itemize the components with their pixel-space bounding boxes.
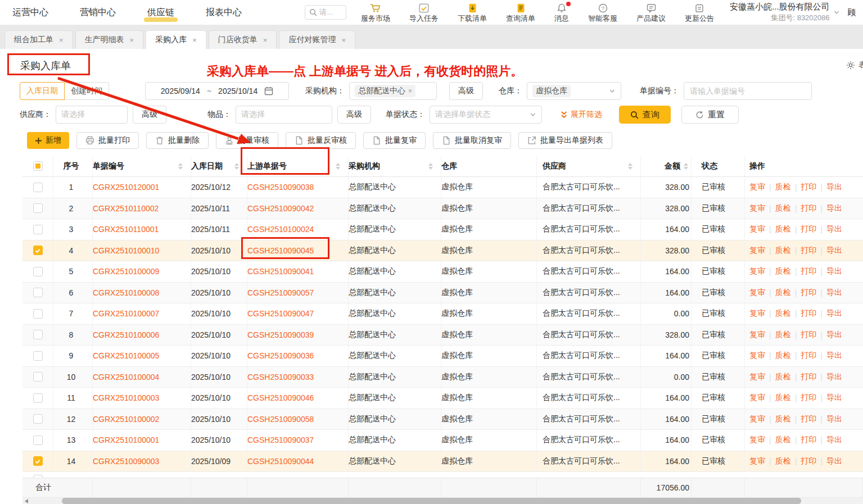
row-checkbox[interactable] [33, 393, 43, 403]
upstream-doc-link[interactable]: CGSH2510090041 [247, 267, 314, 276]
company-switcher[interactable]: 安徽蒸小皖...股份有限公司 集团号: 83202086 [730, 2, 840, 23]
batch-button-批量复审[interactable]: 批量复审 [363, 132, 426, 149]
supplier-advanced-button[interactable]: 高级 [133, 106, 166, 124]
reset-button[interactable]: 重置 [681, 106, 739, 124]
purchase-org-advanced-button[interactable]: 高级 [449, 82, 483, 100]
doc-status-select[interactable]: 请选择单据状态 [430, 106, 542, 124]
doc-number-link[interactable]: CGRX2510090003 [93, 457, 159, 466]
date-range-picker[interactable]: 2025/09/14 ~ 2025/10/14 [145, 82, 289, 100]
doc-number-link[interactable]: CGRX2510100004 [93, 373, 159, 382]
doc-number-link[interactable]: CGRX2510100009 [93, 267, 159, 276]
batch-button-批量取消复审[interactable]: 批量取消复审 [433, 132, 511, 149]
doc-number-link[interactable]: CGRX2510100007 [93, 309, 159, 318]
purchase-org-input[interactable]: 总部配送中心× [349, 82, 437, 100]
row-action-打印[interactable]: 打印 [801, 266, 816, 276]
row-action-复审[interactable]: 复审 [749, 456, 765, 466]
scrollbar-thumb[interactable] [62, 498, 801, 504]
row-action-质检[interactable]: 质检 [775, 351, 791, 361]
row-action-质检[interactable]: 质检 [775, 456, 791, 466]
doc-number-link[interactable]: CGRX2510110002 [93, 204, 159, 213]
row-action-质检[interactable]: 质检 [775, 182, 791, 192]
sort-icon[interactable] [234, 163, 239, 170]
horizontal-scrollbar[interactable] [22, 498, 863, 504]
row-checkbox[interactable] [33, 183, 43, 192]
row-action-质检[interactable]: 质检 [775, 246, 791, 256]
tab-组合加工单[interactable]: 组合加工单 × [4, 30, 73, 49]
row-action-导出[interactable]: 导出 [826, 330, 842, 340]
upstream-doc-link[interactable]: CGSH2510090042 [247, 204, 314, 213]
row-action-质检[interactable]: 质检 [775, 308, 791, 319]
row-action-打印[interactable]: 打印 [801, 393, 816, 403]
column-header-入库日期[interactable]: 入库日期 [191, 156, 247, 176]
row-action-复审[interactable]: 复审 [749, 414, 765, 424]
tab-门店收货单[interactable]: 门店收货单 × [209, 30, 277, 49]
menu-item-运营中心[interactable]: 运营中心 [11, 4, 49, 21]
row-action-质检[interactable]: 质检 [775, 330, 791, 340]
tool-产品建议[interactable]: 产品建议 [636, 2, 666, 24]
query-button[interactable]: 查询 [619, 106, 671, 124]
row-checkbox[interactable] [33, 288, 43, 297]
row-action-质检[interactable]: 质检 [775, 393, 791, 403]
row-action-导出[interactable]: 导出 [826, 224, 842, 234]
upstream-doc-link[interactable]: CGSH2510090047 [247, 309, 314, 318]
menu-item-报表中心[interactable]: 报表中心 [205, 4, 243, 21]
row-action-复审[interactable]: 复审 [749, 330, 765, 340]
doc-number-link[interactable]: CGRX2510100001 [93, 435, 159, 444]
doc-number-link[interactable]: CGRX2510120001 [93, 183, 159, 192]
doc-number-link[interactable]: CGRX2510100002 [93, 415, 159, 424]
batch-button-批量审核[interactable]: 批量审核 [216, 132, 278, 149]
row-action-复审[interactable]: 复审 [749, 246, 765, 256]
item-advanced-button[interactable]: 高级 [337, 106, 371, 124]
row-checkbox[interactable] [33, 225, 43, 234]
row-action-打印[interactable]: 打印 [801, 182, 816, 192]
row-action-复审[interactable]: 复审 [749, 351, 765, 361]
batch-button-批量删除[interactable]: 批量删除 [146, 132, 209, 149]
tab-采购入库[interactable]: 采购入库 × [146, 30, 206, 49]
column-header-采购机构[interactable]: 采购机构 [349, 156, 441, 176]
row-action-质检[interactable]: 质检 [775, 266, 791, 276]
row-checkbox[interactable] [33, 246, 43, 255]
row-action-复审[interactable]: 复审 [749, 266, 765, 276]
upstream-doc-link[interactable]: CGSH2510100024 [247, 225, 314, 234]
row-action-质检[interactable]: 质检 [775, 288, 791, 298]
doc-number-link[interactable]: CGRX2510100010 [93, 246, 159, 255]
row-action-复审[interactable]: 复审 [749, 203, 765, 214]
remove-tag-icon[interactable]: × [408, 87, 412, 95]
batch-button-批量反审核[interactable]: 批量反审核 [286, 132, 356, 149]
row-action-质检[interactable]: 质检 [775, 435, 791, 445]
row-checkbox[interactable] [33, 414, 43, 424]
supplier-input[interactable]: 请选择 [56, 106, 128, 124]
upstream-doc-link[interactable]: CGSH2510090036 [247, 351, 314, 360]
row-action-导出[interactable]: 导出 [826, 456, 842, 466]
upstream-doc-link[interactable]: CGSH2510090045 [247, 246, 314, 255]
close-icon[interactable]: × [59, 36, 64, 44]
row-action-打印[interactable]: 打印 [801, 224, 816, 234]
row-action-导出[interactable]: 导出 [826, 372, 842, 382]
expand-filters-button[interactable]: 展开筛选 [560, 110, 602, 120]
upstream-doc-link[interactable]: CGSH2510090039 [247, 330, 314, 339]
row-action-导出[interactable]: 导出 [826, 203, 842, 214]
row-action-导出[interactable]: 导出 [826, 414, 842, 424]
close-icon[interactable]: × [263, 36, 268, 44]
row-checkbox[interactable] [33, 435, 43, 445]
close-icon[interactable]: × [130, 36, 134, 44]
batch-button-批量打印[interactable]: 批量打印 [76, 132, 139, 149]
row-action-复审[interactable]: 复审 [749, 182, 765, 192]
sort-icon[interactable] [178, 163, 183, 170]
row-action-打印[interactable]: 打印 [801, 246, 816, 256]
row-checkbox[interactable] [33, 203, 43, 213]
add-button[interactable]: 新增 [27, 132, 69, 149]
tool-消息[interactable]: 消息 [554, 2, 569, 24]
menu-item-营销中心[interactable]: 营销中心 [79, 4, 117, 21]
sort-icon[interactable] [684, 163, 688, 170]
row-action-导出[interactable]: 导出 [826, 288, 842, 298]
row-action-打印[interactable]: 打印 [801, 308, 816, 319]
row-checkbox[interactable] [33, 372, 43, 382]
row-action-导出[interactable]: 导出 [826, 182, 842, 192]
row-action-复审[interactable]: 复审 [749, 308, 765, 319]
row-checkbox[interactable] [33, 456, 43, 466]
row-action-导出[interactable]: 导出 [826, 393, 842, 403]
row-action-质检[interactable]: 质检 [775, 414, 791, 424]
row-action-质检[interactable]: 质检 [775, 224, 791, 234]
row-action-导出[interactable]: 导出 [826, 351, 842, 361]
